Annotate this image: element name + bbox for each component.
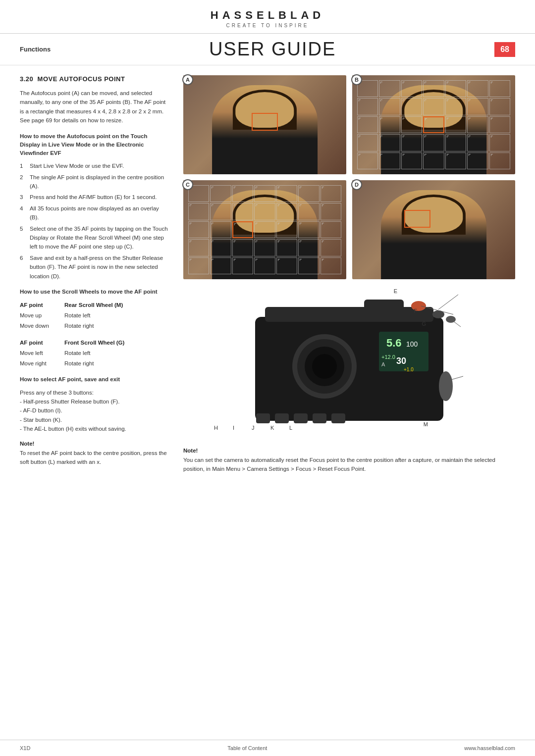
step-2: 2The single AF point is displayed in the… (20, 173, 168, 191)
main-content: 3.20 MOVE AUTOFOCUS POINT The Autofocus … (0, 65, 535, 491)
note-title: Note! (20, 441, 168, 447)
front-scroll-header: Front Scroll Wheel (G) (64, 338, 168, 348)
image-b-wrapper: B (352, 75, 515, 174)
camera-section: 5.6 100 +12.0 A 30 +1.0 (183, 287, 515, 474)
scroll-heading: How to use the Scroll Wheels to move the… (20, 288, 168, 296)
section-label: Functions (20, 46, 51, 53)
footer-center: Table of Content (227, 745, 267, 751)
sub-heading-1: How to move the Autofocus point on the T… (20, 132, 168, 158)
note-text: To reset the AF point back to the centre… (20, 449, 168, 467)
camera-svg: 5.6 100 +12.0 A 30 +1.0 (225, 287, 473, 441)
svg-point-5 (312, 354, 337, 379)
footer-right: www.hasselblad.com (464, 745, 515, 751)
rear-row-2-wheel: Rotate right (64, 321, 168, 331)
section-title: 3.20 MOVE AUTOFOCUS POINT (20, 75, 168, 83)
svg-text:A: A (381, 361, 385, 367)
rear-row-2-af: Move down (20, 321, 64, 331)
svg-line-23 (438, 295, 458, 309)
page-number: 68 (494, 42, 515, 57)
svg-rect-17 (256, 413, 270, 423)
brand-name: HASSELBLAD (0, 9, 535, 22)
person-d (381, 190, 487, 279)
select-section: How to select AF point, save and exit Pr… (20, 375, 168, 433)
page-header: HASSELBLAD CREATE TO INSPIRE (0, 0, 535, 34)
image-a-label: A (182, 74, 193, 85)
image-a-photo (183, 75, 346, 174)
image-a-wrapper: A (183, 75, 346, 174)
svg-rect-1 (265, 307, 433, 322)
image-c-photo (183, 180, 346, 279)
user-guide-title: USER GUIDE (209, 39, 336, 60)
steps-list: 1Start Live View Mode or use the EVF. 2T… (20, 161, 168, 281)
af-point-header: AF point (20, 300, 64, 310)
af-point-header-2: AF point (20, 338, 64, 348)
front-row-1-wheel: Rotate left (64, 348, 168, 358)
select-heading: How to select AF point, save and exit (20, 375, 168, 384)
images-row-ab: A B (183, 75, 515, 174)
step-4: 4All 35 focus points are now displayed a… (20, 204, 168, 222)
svg-rect-20 (313, 413, 326, 423)
intro-text: The Autofocus point (A) can be moved, an… (20, 89, 168, 125)
af-box-center (252, 113, 278, 131)
right-note-title: Note! (183, 448, 515, 454)
rear-scroll-header: Rear Scroll Wheel (M) (64, 300, 168, 310)
image-c-wrapper: C (183, 180, 346, 279)
svg-text:+1.0: +1.0 (404, 367, 414, 372)
rear-scroll-table: AF point Rear Scroll Wheel (M) Move up R… (20, 300, 168, 331)
footer-left: X1D (20, 745, 30, 751)
svg-line-25 (451, 319, 461, 327)
svg-rect-6 (364, 300, 404, 314)
af-box-moved (404, 210, 430, 228)
step-1: 1Start Live View Mode or use the EVF. (20, 161, 168, 170)
top-bar: Functions USER GUIDE 68 (0, 34, 535, 65)
rear-row-1-af: Move up (20, 310, 64, 321)
front-row-2-af: Move right (20, 358, 64, 369)
image-d-wrapper: D (352, 180, 515, 279)
rear-row-1-wheel: Rotate left (64, 310, 168, 321)
svg-text:30: 30 (396, 356, 406, 366)
image-c-label: C (182, 179, 193, 190)
image-b-photo (352, 75, 515, 174)
front-row-1-af: Move left (20, 348, 64, 358)
front-scroll-table: AF point Front Scroll Wheel (G) Move lef… (20, 338, 168, 368)
svg-rect-18 (275, 413, 289, 423)
svg-text:5.6: 5.6 (386, 337, 402, 349)
front-row-2-wheel: Rotate right (64, 358, 168, 369)
image-d-label: D (351, 179, 362, 190)
step-3: 3Press and hold the AF/MF button (E) for… (20, 193, 168, 202)
brand-tagline: CREATE TO INSPIRE (0, 23, 535, 28)
af-grid-c (183, 180, 346, 279)
note-section: Note! To reset the AF point back to the … (20, 441, 168, 467)
left-column: 3.20 MOVE AUTOFOCUS POINT The Autofocus … (20, 75, 168, 481)
right-note-text: You can set the camera to automatically … (183, 455, 515, 474)
step-6: 6Save and exit by a half-press on the Sh… (20, 253, 168, 281)
camera-image-container: 5.6 100 +12.0 A 30 +1.0 (183, 287, 515, 441)
af-grid-b (352, 75, 515, 174)
svg-text:100: 100 (406, 340, 418, 348)
select-text: Press any of these 3 buttons: - Half-pre… (20, 388, 168, 434)
images-row-cd: C D (183, 180, 515, 279)
page-footer: X1D Table of Content www.hasselblad.com (0, 740, 535, 756)
right-column: A B (183, 75, 515, 481)
right-note: Note! You can set the camera to automati… (183, 448, 515, 474)
svg-point-22 (439, 371, 453, 401)
image-d-photo (352, 180, 515, 279)
svg-text:+12.0: +12.0 (381, 354, 395, 360)
svg-rect-19 (294, 413, 308, 423)
step-5: 5Select one of the 35 AF points by tappi… (20, 224, 168, 252)
label-h: H (214, 423, 218, 432)
svg-point-14 (411, 301, 426, 311)
image-b-label: B (351, 74, 362, 85)
svg-rect-21 (331, 413, 345, 423)
